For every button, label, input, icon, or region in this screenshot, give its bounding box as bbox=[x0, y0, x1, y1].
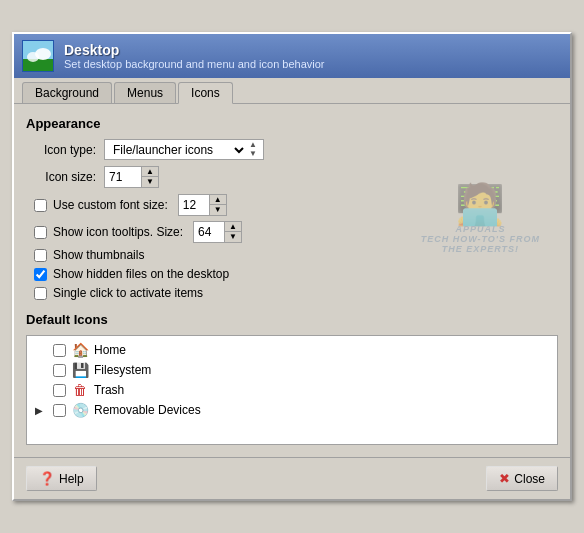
filesystem-label: Filesystem bbox=[94, 363, 151, 377]
title-text: Desktop Set desktop background and menu … bbox=[64, 42, 325, 70]
custom-font-checkbox[interactable] bbox=[34, 199, 47, 212]
desktop-dialog: Desktop Set desktop background and menu … bbox=[12, 32, 572, 501]
svg-rect-1 bbox=[23, 59, 54, 72]
home-icon: 🏠 bbox=[72, 342, 88, 358]
removable-expand[interactable]: ▶ bbox=[35, 405, 47, 416]
single-click-row: Single click to activate items bbox=[26, 286, 558, 300]
hidden-files-row: Show hidden files on the desktop bbox=[26, 267, 558, 281]
tooltips-size-up[interactable]: ▲ bbox=[225, 222, 241, 232]
filesystem-checkbox[interactable] bbox=[53, 364, 66, 377]
tooltips-spin: ▲ ▼ bbox=[193, 221, 242, 243]
close-label: Close bbox=[514, 472, 545, 486]
title-bar: Desktop Set desktop background and menu … bbox=[14, 34, 570, 78]
home-expand bbox=[35, 345, 47, 356]
trash-checkbox[interactable] bbox=[53, 384, 66, 397]
thumbnails-label: Show thumbnails bbox=[53, 248, 144, 262]
home-label: Home bbox=[94, 343, 126, 357]
tab-content: 🧑‍💻 APPUALSTECH HOW-TO'S FROMTHE EXPERTS… bbox=[14, 104, 570, 457]
tooltips-checkbox[interactable] bbox=[34, 226, 47, 239]
thumbnails-checkbox[interactable] bbox=[34, 249, 47, 262]
custom-font-label: Use custom font size: bbox=[53, 198, 168, 212]
help-button[interactable]: ❓ Help bbox=[26, 466, 97, 491]
icon-row-filesystem: 💾 Filesystem bbox=[31, 360, 553, 380]
help-label: Help bbox=[59, 472, 84, 486]
trash-expand bbox=[35, 385, 47, 396]
fs-expand bbox=[35, 365, 47, 376]
custom-font-input[interactable] bbox=[179, 196, 209, 214]
tooltips-label: Show icon tooltips. Size: bbox=[53, 225, 183, 239]
close-button[interactable]: ✖ Close bbox=[486, 466, 558, 491]
custom-font-up[interactable]: ▲ bbox=[210, 195, 226, 205]
icon-type-select-wrapper[interactable]: File/launcher icons Application icons Sy… bbox=[104, 139, 264, 160]
tooltips-size-input[interactable] bbox=[194, 223, 224, 241]
home-checkbox[interactable] bbox=[53, 344, 66, 357]
custom-font-row: Use custom font size: ▲ ▼ bbox=[26, 194, 558, 216]
icons-list: 🏠 Home 💾 Filesystem 🗑 Trash bbox=[26, 335, 558, 445]
removable-icon: 💿 bbox=[72, 402, 88, 418]
icon-row-home: 🏠 Home bbox=[31, 340, 553, 360]
icon-type-arrow: ▲ ▼ bbox=[247, 141, 259, 158]
custom-font-spin-buttons: ▲ ▼ bbox=[209, 195, 226, 215]
hidden-files-checkbox[interactable] bbox=[34, 268, 47, 281]
removable-label: Removable Devices bbox=[94, 403, 201, 417]
icon-size-up[interactable]: ▲ bbox=[142, 167, 158, 177]
tab-bar: Background Menus Icons bbox=[14, 78, 570, 104]
icon-row-trash: 🗑 Trash bbox=[31, 380, 553, 400]
default-icons-section: Default Icons 🏠 Home 💾 Filesystem bbox=[26, 312, 558, 445]
icon-size-spin-buttons: ▲ ▼ bbox=[141, 167, 158, 187]
help-icon: ❓ bbox=[39, 471, 55, 486]
custom-font-down[interactable]: ▼ bbox=[210, 205, 226, 215]
default-icons-title: Default Icons bbox=[26, 312, 558, 327]
trash-label: Trash bbox=[94, 383, 124, 397]
icon-row-removable: ▶ 💿 Removable Devices bbox=[31, 400, 553, 420]
tooltips-size-down[interactable]: ▼ bbox=[225, 232, 241, 242]
single-click-label: Single click to activate items bbox=[53, 286, 203, 300]
filesystem-icon: 💾 bbox=[72, 362, 88, 378]
custom-font-spinbox[interactable]: ▲ ▼ bbox=[178, 194, 227, 216]
icon-size-input[interactable] bbox=[105, 168, 141, 186]
tab-menus[interactable]: Menus bbox=[114, 82, 176, 103]
icon-size-down[interactable]: ▼ bbox=[142, 177, 158, 187]
custom-font-spin: ▲ ▼ bbox=[178, 194, 227, 216]
icon-type-select[interactable]: File/launcher icons Application icons Sy… bbox=[109, 142, 247, 158]
icon-type-row: Icon type: File/launcher icons Applicati… bbox=[26, 139, 558, 160]
thumbnails-row: Show thumbnails bbox=[26, 248, 558, 262]
window-title: Desktop bbox=[64, 42, 325, 58]
hidden-files-label: Show hidden files on the desktop bbox=[53, 267, 229, 281]
trash-icon: 🗑 bbox=[72, 382, 88, 398]
bottom-bar: ❓ Help ✖ Close bbox=[14, 457, 570, 499]
appearance-section: Appearance Icon type: File/launcher icon… bbox=[26, 116, 558, 300]
icon-size-spinbox[interactable]: ▲ ▼ bbox=[104, 166, 159, 188]
icon-type-label: Icon type: bbox=[26, 143, 96, 157]
window-subtitle: Set desktop background and menu and icon… bbox=[64, 58, 325, 70]
tab-background[interactable]: Background bbox=[22, 82, 112, 103]
tooltips-row: Show icon tooltips. Size: ▲ ▼ bbox=[26, 221, 558, 243]
icon-size-row: Icon size: ▲ ▼ bbox=[26, 166, 558, 188]
icon-size-label: Icon size: bbox=[26, 170, 96, 184]
tooltips-spinbox[interactable]: ▲ ▼ bbox=[193, 221, 242, 243]
appearance-title: Appearance bbox=[26, 116, 558, 131]
single-click-checkbox[interactable] bbox=[34, 287, 47, 300]
svg-point-3 bbox=[35, 48, 51, 60]
close-icon: ✖ bbox=[499, 471, 510, 486]
tab-icons[interactable]: Icons bbox=[178, 82, 233, 104]
app-icon bbox=[22, 40, 54, 72]
removable-checkbox[interactable] bbox=[53, 404, 66, 417]
tooltips-spin-buttons: ▲ ▼ bbox=[224, 222, 241, 242]
